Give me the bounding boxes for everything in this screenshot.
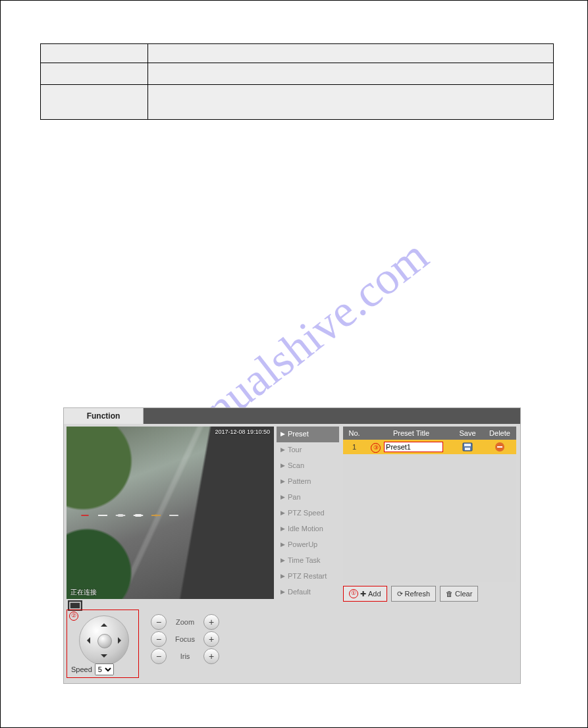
- speed-label: Speed: [71, 665, 92, 673]
- svg-rect-3: [70, 602, 80, 609]
- ptz-direction-pad-group: ② Speed 5: [67, 610, 139, 678]
- trash-icon: 🗑: [446, 590, 453, 598]
- menu-item-default[interactable]: ▶Default: [277, 585, 339, 600]
- live-video-preview: 2017-12-08 19:10:50 正在连接: [67, 427, 274, 599]
- function-menu: ▶Preset ▶Tour ▶Scan ▶Pattern ▶Pan ▶PTZ S…: [277, 427, 339, 602]
- focus-label: Focus: [172, 635, 198, 643]
- menu-item-idle-motion[interactable]: ▶Idle Motion: [277, 521, 339, 537]
- preset-table-header: No. Preset Title Save Delete: [343, 427, 516, 440]
- delete-preset-button[interactable]: [483, 442, 516, 452]
- callout-3: ③: [371, 443, 381, 453]
- menu-item-time-task[interactable]: ▶Time Task: [277, 553, 339, 569]
- tab-function[interactable]: Function: [64, 408, 144, 424]
- osd-status: 正在连接: [70, 588, 97, 597]
- ptz-center-button[interactable]: [97, 634, 112, 648]
- menu-item-tour[interactable]: ▶Tour: [277, 442, 339, 458]
- zoom-out-button[interactable]: −: [151, 614, 167, 630]
- parameter-table-placeholder: [40, 43, 554, 120]
- menu-item-scan[interactable]: ▶Scan: [277, 458, 339, 474]
- preset-table-body: 1 ③: [343, 440, 516, 582]
- ptz-down-button[interactable]: [101, 654, 107, 661]
- ptz-function-screenshot: Function 2017-12-08 19:10:50 正在连接 ▶Prese…: [63, 407, 521, 684]
- ptz-up-button[interactable]: [101, 620, 107, 627]
- preset-title-input[interactable]: [384, 442, 443, 452]
- minus-icon: [495, 442, 504, 452]
- svg-rect-1: [464, 444, 471, 446]
- ptz-direction-pad[interactable]: [79, 615, 129, 665]
- svg-rect-2: [465, 448, 470, 450]
- focus-far-button[interactable]: +: [203, 631, 219, 647]
- focus-near-button[interactable]: −: [151, 631, 167, 647]
- callout-2: ②: [69, 611, 78, 621]
- clear-button[interactable]: 🗑 Clear: [440, 586, 478, 602]
- tab-bar: Function: [64, 408, 520, 424]
- speed-select[interactable]: 5: [95, 663, 114, 675]
- menu-item-powerup[interactable]: ▶PowerUp: [277, 537, 339, 553]
- add-button[interactable]: ① ✚ Add: [343, 586, 387, 602]
- callout-1: ①: [349, 589, 358, 598]
- ptz-left-button[interactable]: [84, 637, 90, 644]
- menu-item-ptz-speed[interactable]: ▶PTZ Speed: [277, 506, 339, 521]
- iris-open-button[interactable]: +: [203, 648, 219, 664]
- menu-item-pattern[interactable]: ▶Pattern: [277, 474, 339, 490]
- preset-row[interactable]: 1 ③: [343, 440, 516, 454]
- iris-close-button[interactable]: −: [151, 648, 167, 664]
- save-preset-button[interactable]: [452, 442, 483, 452]
- zoom-in-button[interactable]: +: [203, 614, 219, 630]
- osd-timestamp: 2017-12-08 19:10:50: [215, 429, 270, 435]
- zoom-label: Zoom: [172, 618, 198, 626]
- menu-item-ptz-restart[interactable]: ▶PTZ Restart: [277, 569, 339, 585]
- menu-item-pan[interactable]: ▶Pan: [277, 490, 339, 506]
- plus-icon: ✚: [360, 590, 366, 598]
- refresh-icon: ⟳: [397, 590, 403, 598]
- ptz-right-button[interactable]: [118, 637, 124, 644]
- menu-item-preset[interactable]: ▶Preset: [277, 427, 339, 442]
- refresh-button[interactable]: ⟳ Refresh: [391, 586, 437, 602]
- iris-label: Iris: [172, 652, 198, 660]
